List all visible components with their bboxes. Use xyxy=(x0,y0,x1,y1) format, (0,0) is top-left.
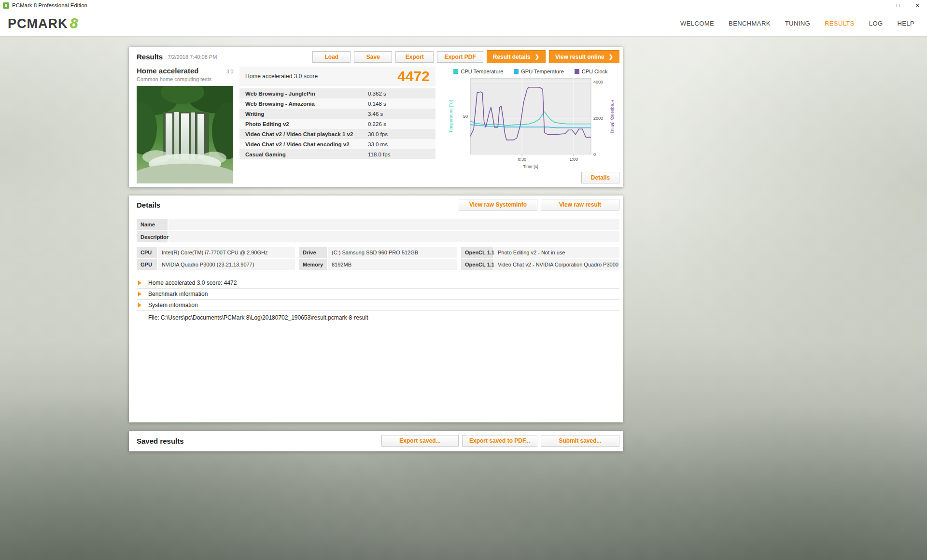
nav-tuning[interactable]: TUNING xyxy=(785,20,810,27)
metric-row: Web Browsing - JunglePin 0.362 s xyxy=(239,88,435,98)
legend-swatch-icon xyxy=(453,69,458,74)
result-details-button[interactable]: Result details ❯ xyxy=(487,50,546,63)
spec-row: CPU Intel(R) Core(TM) i7-7700T CPU @ 2.9… xyxy=(137,247,619,258)
metric-value: 3.46 s xyxy=(368,111,430,117)
expander-label: Home accelerated 3.0 score: 4472 xyxy=(148,280,237,286)
minimize-icon[interactable]: — xyxy=(869,0,888,11)
metric-label: Casual Gaming xyxy=(245,152,368,157)
spec-opencl-photo: OpenCL 1.1 Photo Editing v2 - Not in use xyxy=(461,247,619,258)
spec-memory: Memory 8192MB xyxy=(299,259,457,270)
spec-gpu: GPU NVIDIA Quadro P3000 (23.21.13.9077) xyxy=(137,259,295,270)
name-value-field[interactable] xyxy=(169,219,619,230)
save-button[interactable]: Save xyxy=(354,51,392,63)
legend-item-gpu-temperature: GPU Temperature xyxy=(514,69,563,74)
metric-value: 30.0 fps xyxy=(368,131,430,137)
logo-badge-8: 8 xyxy=(70,15,78,31)
metric-label: Web Browsing - Amazonia xyxy=(245,101,368,107)
window-titlebar: 8 PCMark 8 Professional Edition — □ ✕ xyxy=(0,0,927,11)
view-raw-systeminfo-button[interactable]: View raw SystemInfo xyxy=(459,199,537,210)
spec-label: OpenCL 1.1 xyxy=(461,259,493,270)
nav-welcome[interactable]: WELCOME xyxy=(680,20,714,27)
score-value: 4472 xyxy=(397,68,430,84)
description-label: Description xyxy=(137,231,168,242)
expander-arrow-icon xyxy=(138,280,141,285)
spec-label: Drive xyxy=(299,247,327,258)
metric-value: 0.148 s xyxy=(368,101,430,107)
score-label: Home accelerated 3.0 score xyxy=(245,73,318,80)
metric-label: Writing xyxy=(245,111,368,117)
details-panel: Details View raw SystemInfo View raw res… xyxy=(129,196,623,422)
metric-row: Video Chat v2 / Video Chat encoding v2 3… xyxy=(239,139,435,149)
view-raw-result-button[interactable]: View raw result xyxy=(541,199,619,210)
window-controls: — □ ✕ xyxy=(869,0,927,11)
submit-saved-button[interactable]: Submit saved... xyxy=(541,435,619,447)
spec-label: OpenCL 1.1 xyxy=(461,247,493,258)
nav-log[interactable]: LOG xyxy=(869,20,883,27)
nav-benchmark[interactable]: BENCHMARK xyxy=(729,20,771,27)
svg-text:4000: 4000 xyxy=(593,80,603,84)
expander-label: Benchmark information xyxy=(148,291,208,297)
view-result-online-button[interactable]: View result online ❯ xyxy=(549,50,619,63)
nav-help[interactable]: HELP xyxy=(897,20,914,27)
result-file-path: File: C:\Users\pc\Documents\PCMark 8\Log… xyxy=(137,314,619,321)
description-value-field[interactable] xyxy=(169,231,619,242)
svg-text:1:00: 1:00 xyxy=(570,157,578,162)
svg-text:2000: 2000 xyxy=(593,116,603,121)
spec-value: Photo Editing v2 - Not in use xyxy=(494,247,619,258)
expander-system-information[interactable]: System information xyxy=(137,300,619,311)
svg-text:Time [s]: Time [s] xyxy=(523,164,538,169)
nav-results[interactable]: RESULTS xyxy=(825,20,855,27)
spec-label: Memory xyxy=(299,259,327,270)
expander-score[interactable]: Home accelerated 3.0 score: 4472 xyxy=(137,278,619,289)
maximize-icon[interactable]: □ xyxy=(888,0,908,11)
metric-label: Video Chat v2 / Video Chat playback 1 v2 xyxy=(245,131,368,137)
spec-value: NVIDIA Quadro P3000 (23.21.13.9077) xyxy=(158,259,295,270)
test-card-title: Home accelerated xyxy=(137,67,198,75)
export-button[interactable]: Export xyxy=(395,51,434,63)
main-nav: WELCOME BENCHMARK TUNING RESULTS LOG HEL… xyxy=(680,20,914,27)
legend-label: GPU Temperature xyxy=(521,69,563,74)
test-card-version: 3.0 xyxy=(226,69,233,74)
metric-label: Web Browsing - JunglePin xyxy=(245,91,368,97)
spec-row: GPU NVIDIA Quadro P3000 (23.21.13.9077) … xyxy=(137,259,619,270)
spec-value: 8192MB xyxy=(328,259,457,270)
legend-item-cpu-temperature: CPU Temperature xyxy=(453,69,503,74)
svg-text:Temperature [°C]: Temperature [°C] xyxy=(449,100,453,133)
export-saved-pdf-button[interactable]: Export saved to PDF... xyxy=(462,435,537,447)
legend-item-cpu-clock: CPU Clock xyxy=(575,69,608,74)
hardware-monitoring-chart: 500200040000:301:00Temperature [°C]Frequ… xyxy=(447,74,614,169)
spec-opencl-videochat: OpenCL 1.1 Video Chat v2 - NVIDIA Corpor… xyxy=(461,259,619,270)
metric-value: 0.226 s xyxy=(368,121,430,127)
legend-label: CPU Temperature xyxy=(461,69,503,74)
close-icon[interactable]: ✕ xyxy=(908,0,927,11)
legend-swatch-icon xyxy=(575,69,579,74)
test-card-subtitle: Common home computing tests xyxy=(137,76,233,82)
chart-legend: CPU Temperature GPU Temperature CPU Cloc… xyxy=(442,69,619,74)
metric-label: Video Chat v2 / Video Chat encoding v2 xyxy=(245,141,368,147)
export-pdf-button[interactable]: Export PDF xyxy=(437,51,483,63)
chart-details-button[interactable]: Details xyxy=(581,172,619,183)
expander-arrow-icon xyxy=(138,303,141,308)
spec-drive: Drive (C:) Samsung SSD 960 PRO 512GB xyxy=(299,247,457,258)
result-details-label: Result details xyxy=(493,54,531,60)
saved-results-panel: Saved results Export saved... Export sav… xyxy=(129,431,623,451)
legend-label: CPU Clock xyxy=(582,69,608,74)
spec-cpu: CPU Intel(R) Core(TM) i7-7700T CPU @ 2.9… xyxy=(137,247,295,258)
metric-row: Casual Gaming 118.0 fps xyxy=(239,149,435,159)
expander-benchmark-information[interactable]: Benchmark information xyxy=(137,289,619,300)
description-row: Description xyxy=(137,231,619,242)
spec-value: Intel(R) Core(TM) i7-7700T CPU @ 2.90GHz xyxy=(158,247,295,258)
saved-results-title: Saved results xyxy=(137,437,184,445)
results-panel: Results 7/2/2018 7:40:08 PM Load Save Ex… xyxy=(129,47,623,187)
metric-row: Video Chat v2 / Video Chat playback 1 v2… xyxy=(239,129,435,139)
metric-value: 33.0 ms xyxy=(368,141,430,147)
metric-value: 118.0 fps xyxy=(368,152,430,157)
expander-list: Home accelerated 3.0 score: 4472 Benchma… xyxy=(137,278,619,311)
load-button[interactable]: Load xyxy=(312,51,351,63)
results-title: Results xyxy=(137,53,163,61)
app-icon: 8 xyxy=(3,2,9,9)
export-saved-button[interactable]: Export saved... xyxy=(381,435,459,447)
spec-label: CPU xyxy=(137,247,157,258)
svg-text:0:30: 0:30 xyxy=(518,157,526,162)
pcmark-logo: PCMARK 8 xyxy=(8,15,78,31)
